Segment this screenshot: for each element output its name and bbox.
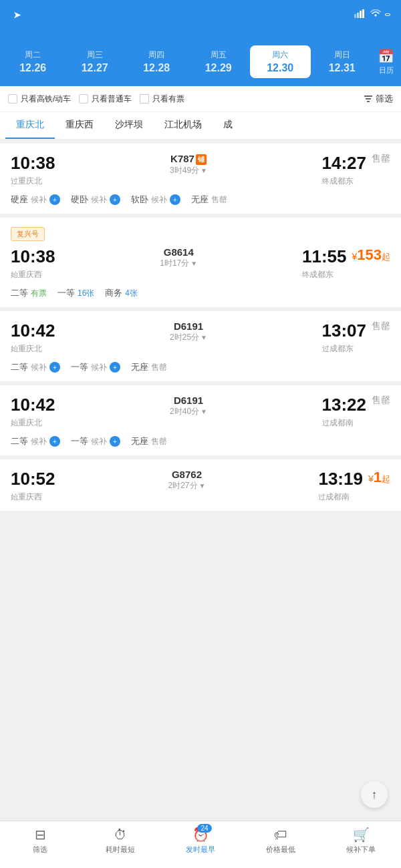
arrive-station: 成都南 [325, 491, 350, 503]
train-card-d6191b[interactable]: 10:42 始 重庆北 D6191 2时40分 ▼ 13:22 过 成都南 [0, 385, 401, 455]
filter-bar: 只看高铁/动车只看普通车只看有票 筛选 [0, 86, 401, 112]
waitlist-plus[interactable]: + [170, 194, 180, 205]
svg-rect-0 [354, 14, 356, 18]
nav-item-filter[interactable]: ⊟ 筛选 [0, 827, 80, 855]
ticket-二等: 二等候补+ [11, 361, 60, 373]
nav-item-earliest[interactable]: ⏰ 24 发时最早 [160, 827, 241, 855]
train-price: ¥153起 [352, 246, 390, 264]
nav-item-shortest[interactable]: ⏱ 耗时最短 [80, 827, 160, 855]
date-tab-tue[interactable]: 周二12.26 [3, 45, 63, 78]
arrive-station: 成都南 [329, 417, 354, 429]
ticket-一等: 一等16张 [57, 287, 94, 299]
train-number: D6191 [61, 395, 317, 406]
scroll-up-button[interactable]: ↑ [361, 781, 388, 808]
tickets-row: 二等候补+一等候补+无座售罄 [11, 361, 390, 373]
depart-time: 10:42 [11, 395, 55, 415]
depart-station: 重庆北 [18, 417, 42, 429]
arrive-station: 成都东 [329, 176, 354, 187]
train-duration: 1时17分 ▼ [61, 258, 297, 269]
ticket-硬座: 硬座候补+ [11, 194, 60, 206]
station-tab-3[interactable]: 江北机场 [154, 112, 213, 139]
station-tab-4[interactable]: 成 [213, 112, 243, 139]
date-tab-wed[interactable]: 周三12.27 [65, 45, 126, 78]
battery-icon [385, 13, 390, 16]
depart-station: 重庆北 [18, 343, 42, 355]
train-duration: 2时25分 ▼ [61, 332, 317, 343]
nav-icon-shortest: ⏱ [114, 827, 127, 842]
depart-station: 重庆西 [18, 491, 42, 503]
checkbox-highspeed[interactable] [8, 94, 17, 103]
train-duration: 3时49分 ▼ [61, 165, 317, 176]
waitlist-plus[interactable]: + [110, 194, 120, 205]
filter-button[interactable]: 筛选 [364, 93, 393, 105]
depart-station: 重庆北 [18, 176, 42, 187]
arrive-time: 11:55 [302, 246, 347, 267]
ticket-无座: 无座售罄 [131, 435, 167, 447]
ticket-二等: 二等候补+ [11, 435, 60, 447]
status-time: ➤ [11, 10, 21, 20]
signal-icon [354, 9, 366, 20]
train-number: D6191 [61, 320, 317, 332]
ticket-商务: 商务4张 [105, 287, 138, 299]
train-list: 10:38 过 重庆北 K787铺 3时49分 ▼ 14:27 终 成都东 [0, 140, 401, 568]
nav-icon-filter: ⊟ [35, 827, 46, 842]
wifi-icon [370, 9, 381, 20]
status-bar: ➤ [0, 0, 401, 29]
nav-icon-waitlist: 🛒 [353, 827, 370, 842]
date-tab-thu[interactable]: 周四12.28 [126, 45, 187, 78]
arrive-time: 13:07 [322, 320, 367, 341]
train-card-g8762[interactable]: 10:52 始 重庆西 G8762 2时27分 ▼ 13:19 过 成都南 [0, 459, 401, 511]
ticket-硬卧: 硬卧候补+ [71, 194, 120, 206]
status-icons [354, 9, 390, 20]
date-tab-sun[interactable]: 周日12.31 [312, 45, 373, 78]
checkbox-regular[interactable] [79, 94, 88, 103]
ticket-一等: 一等候补+ [71, 435, 120, 447]
train-duration: 2时40分 ▼ [61, 406, 317, 417]
filter-highspeed[interactable]: 只看高铁/动车 [8, 93, 71, 105]
filter-regular[interactable]: 只看普通车 [79, 93, 132, 105]
tickets-row: 二等候补+一等候补+无座售罄 [11, 435, 390, 447]
train-card-k787[interactable]: 10:38 过 重庆北 K787铺 3时49分 ▼ 14:27 终 成都东 [0, 144, 401, 214]
tickets-row: 硬座候补+硬卧候补+软卧候补+无座售罄 [11, 194, 390, 206]
arrive-station: 成都东 [329, 343, 354, 355]
nav-label-shortest: 耗时最短 [106, 845, 135, 855]
train-card-d6191a[interactable]: 10:42 始 重庆北 D6191 2时25分 ▼ 13:07 过 成都东 [0, 311, 401, 381]
depart-station: 重庆西 [18, 269, 42, 280]
station-tab-0[interactable]: 重庆北 [5, 112, 55, 139]
arrive-time: 14:27 [322, 153, 367, 174]
filter-available[interactable]: 只看有票 [140, 93, 184, 105]
train-number: G8614 [61, 246, 297, 258]
ticket-二等: 二等有票 [11, 287, 47, 299]
train-price-soldout: 售罄 [372, 320, 390, 333]
nav-label-filter: 筛选 [33, 845, 47, 855]
station-tabs: 重庆北重庆西沙坪坝江北机场成 [0, 112, 401, 140]
tickets-row: 二等有票一等16张商务4张 [11, 287, 390, 299]
station-tab-1[interactable]: 重庆西 [55, 112, 104, 139]
fuxing-badge: 复兴号 [11, 227, 45, 241]
waitlist-plus[interactable]: + [49, 436, 60, 447]
waitlist-plus[interactable]: + [49, 194, 60, 205]
arrive-time: 13:19 [318, 469, 363, 489]
date-tab-fri[interactable]: 周五12.29 [188, 45, 249, 78]
checkbox-available[interactable] [140, 94, 149, 103]
svg-rect-3 [362, 9, 364, 18]
date-tab-sat[interactable]: 周六12.30 [250, 45, 311, 78]
calendar-button[interactable]: 📅日历 [374, 45, 398, 78]
nav-label-cheapest: 价格最低 [266, 845, 295, 855]
train-price-soldout: 售罄 [372, 395, 390, 407]
waitlist-plus[interactable]: + [110, 436, 120, 447]
nav-badge-earliest: 24 [197, 824, 211, 833]
nav-item-cheapest[interactable]: 🏷 价格最低 [241, 827, 321, 855]
train-number: G8762 [61, 469, 313, 480]
train-price-soldout: 售罄 [372, 153, 390, 165]
nav-item-waitlist[interactable]: 🛒 候补下单 [321, 827, 401, 855]
depart-time: 10:38 [11, 246, 55, 267]
ticket-一等: 一等候补+ [71, 361, 120, 373]
station-tab-2[interactable]: 沙坪坝 [104, 112, 154, 139]
location-icon: ➤ [13, 10, 21, 20]
nav-icon-cheapest: 🏷 [274, 827, 287, 842]
train-card-g8614[interactable]: 复兴号 10:38 始 重庆西 G8614 1时17分 ▼ 11:55 终 成都… [0, 218, 401, 307]
waitlist-plus[interactable]: + [49, 362, 60, 373]
ticket-无座: 无座售罄 [131, 361, 167, 373]
waitlist-plus[interactable]: + [110, 362, 120, 373]
